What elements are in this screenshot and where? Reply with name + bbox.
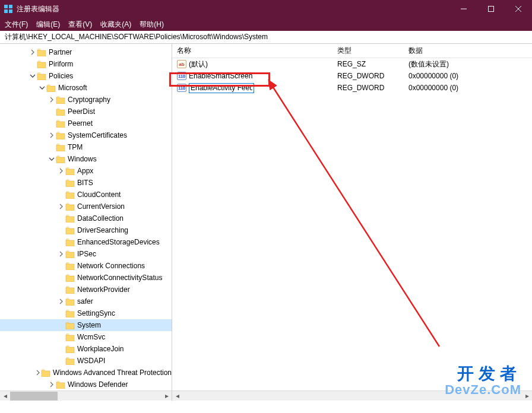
tree-item-enhancedstoragedevices[interactable]: EnhancedStorageDevices xyxy=(0,236,172,248)
chevron-right-icon[interactable] xyxy=(28,48,37,56)
svg-rect-2 xyxy=(4,9,8,13)
tree-scrollbar-horizontal[interactable]: ◂ ▸ xyxy=(0,390,172,401)
value-type: REG_SZ xyxy=(332,60,404,68)
tree-item-label: Policies xyxy=(49,72,73,80)
menu-edit[interactable]: 编辑(E) xyxy=(36,20,60,30)
address-text: 计算机\HKEY_LOCAL_MACHINE\SOFTWARE\Policies… xyxy=(5,32,268,42)
registry-tree[interactable]: PartnerPiriformPoliciesMicrosoftCryptogr… xyxy=(0,44,172,401)
tree-item-cryptography[interactable]: Cryptography xyxy=(0,94,172,106)
list-pane: 名称 类型 数据 ab(默认)REG_SZ(数值未设置)110EnableSma… xyxy=(172,44,532,401)
chevron-right-icon[interactable] xyxy=(48,96,56,104)
menubar: 文件(F) 编辑(E) 查看(V) 收藏夹(A) 帮助(H) xyxy=(0,18,532,31)
tree-item-label: WorkplaceJoin xyxy=(77,345,124,353)
tree-item-system[interactable]: System xyxy=(0,319,172,331)
folder-icon xyxy=(65,238,75,246)
folder-icon xyxy=(65,262,75,270)
menu-favorites[interactable]: 收藏夹(A) xyxy=(100,20,131,30)
folder-icon xyxy=(65,321,75,329)
column-type[interactable]: 类型 xyxy=(332,46,404,56)
tree-item-label: BITS xyxy=(77,179,93,187)
reg-dword-icon: 110 xyxy=(177,83,186,93)
tree-item-tpm[interactable]: TPM xyxy=(0,141,172,153)
menu-view[interactable]: 查看(V) xyxy=(68,20,92,30)
chevron-down-icon[interactable] xyxy=(38,84,46,92)
tree-item-network-connections[interactable]: Network Connections xyxy=(0,260,172,272)
chevron-right-icon[interactable] xyxy=(57,167,65,175)
list-row[interactable]: ab(默认)REG_SZ(数值未设置) xyxy=(172,58,532,70)
chevron-right-icon[interactable] xyxy=(35,368,41,377)
chevron-right-icon[interactable] xyxy=(57,250,65,258)
tree-item-label: WSDAPI xyxy=(77,357,105,365)
tree-item-networkconnectivitystatus[interactable]: NetworkConnectivityStatus xyxy=(0,272,172,284)
tree-pane: PartnerPiriformPoliciesMicrosoftCryptogr… xyxy=(0,44,172,401)
folder-icon xyxy=(65,179,75,187)
tree-item-appx[interactable]: Appx xyxy=(0,165,172,177)
scroll-left-icon[interactable]: ◂ xyxy=(172,391,182,401)
tree-item-policies[interactable]: Policies xyxy=(0,70,172,82)
tree-item-label: SystemCertificates xyxy=(68,131,127,139)
column-data[interactable]: 数据 xyxy=(404,46,532,56)
svg-rect-5 xyxy=(489,7,494,12)
tree-item-windows-defender[interactable]: Windows Defender xyxy=(0,379,172,390)
maximize-button[interactable] xyxy=(477,0,505,18)
menu-help[interactable]: 帮助(H) xyxy=(140,20,164,30)
close-button[interactable] xyxy=(505,0,532,18)
tree-item-safer[interactable]: safer xyxy=(0,296,172,307)
tree-item-datacollection[interactable]: DataCollection xyxy=(0,212,172,224)
tree-item-label: EnhancedStorageDevices xyxy=(77,238,160,246)
tree-item-label: Microsoft xyxy=(58,84,87,92)
folder-icon xyxy=(65,190,75,199)
folder-icon xyxy=(65,333,75,341)
tree-item-driversearching[interactable]: DriverSearching xyxy=(0,224,172,236)
tree-item-windows-advanced-threat-protection[interactable]: Windows Advanced Threat Protection xyxy=(0,367,172,379)
folder-icon xyxy=(56,131,65,139)
tree-item-wcmsvc[interactable]: WcmSvc xyxy=(0,331,172,343)
list-row[interactable]: 110REG_DWORD0x00000000 (0) xyxy=(172,82,532,94)
folder-icon xyxy=(65,345,75,353)
list-row[interactable]: 110EnableSmartScreenREG_DWORD0x00000000 … xyxy=(172,70,532,82)
folder-icon xyxy=(37,48,46,56)
folder-icon xyxy=(41,368,50,377)
scroll-right-icon[interactable]: ▸ xyxy=(162,391,172,401)
tree-item-windows[interactable]: Windows xyxy=(0,153,172,165)
tree-item-label: Windows xyxy=(68,155,97,163)
tree-item-label: System xyxy=(77,321,101,329)
tree-item-wsdapi[interactable]: WSDAPI xyxy=(0,355,172,367)
tree-item-bits[interactable]: BITS xyxy=(0,177,172,189)
chevron-right-icon[interactable] xyxy=(57,297,65,306)
tree-item-label: Windows Advanced Threat Protection xyxy=(53,368,172,377)
tree-item-settingsync[interactable]: SettingSync xyxy=(0,307,172,319)
minimize-button[interactable] xyxy=(450,0,477,18)
scrollbar-thumb[interactable] xyxy=(10,392,58,401)
chevron-down-icon[interactable] xyxy=(28,72,37,80)
tree-item-ipsec[interactable]: IPSec xyxy=(0,248,172,260)
chevron-right-icon[interactable] xyxy=(48,131,56,139)
folder-icon xyxy=(65,297,75,306)
tree-item-label: Peernet xyxy=(68,119,93,128)
tree-item-currentversion[interactable]: CurrentVersion xyxy=(0,201,172,212)
address-bar[interactable]: 计算机\HKEY_LOCAL_MACHINE\SOFTWARE\Policies… xyxy=(0,31,532,44)
folder-icon xyxy=(37,72,46,80)
chevron-right-icon[interactable] xyxy=(57,202,65,211)
tree-item-piriform[interactable]: Piriform xyxy=(0,58,172,70)
tree-item-peerdist[interactable]: PeerDist xyxy=(0,106,172,117)
tree-item-systemcertificates[interactable]: SystemCertificates xyxy=(0,129,172,141)
scroll-right-icon[interactable]: ▸ xyxy=(522,391,532,401)
chevron-down-icon[interactable] xyxy=(48,155,56,163)
chevron-right-icon[interactable] xyxy=(48,380,56,389)
folder-icon xyxy=(56,380,65,389)
column-name[interactable]: 名称 xyxy=(172,46,332,56)
tree-item-partner[interactable]: Partner xyxy=(0,46,172,58)
tree-item-cloudcontent[interactable]: CloudContent xyxy=(0,189,172,201)
list-scrollbar-horizontal[interactable]: ◂ ▸ xyxy=(172,390,532,401)
value-type: REG_DWORD xyxy=(332,84,404,92)
rename-input[interactable] xyxy=(189,83,254,93)
folder-icon xyxy=(65,309,75,317)
scroll-left-icon[interactable]: ◂ xyxy=(0,391,10,401)
tree-item-workplacejoin[interactable]: WorkplaceJoin xyxy=(0,343,172,355)
tree-item-microsoft[interactable]: Microsoft xyxy=(0,82,172,94)
menu-file[interactable]: 文件(F) xyxy=(5,20,28,30)
tree-item-label: Appx xyxy=(77,167,93,175)
tree-item-peernet[interactable]: Peernet xyxy=(0,117,172,129)
tree-item-networkprovider[interactable]: NetworkProvider xyxy=(0,284,172,296)
